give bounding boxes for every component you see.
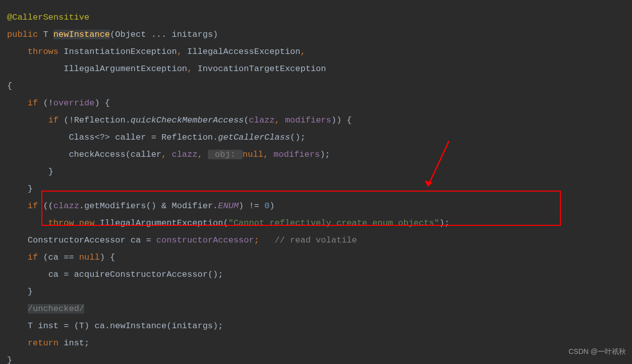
annotation: @CallerSensitive xyxy=(7,13,89,22)
code-line: return inst; xyxy=(7,335,625,352)
code-line: IllegalArgumentException, InvocationTarg… xyxy=(7,60,625,78)
code-line: if (!Reflection.quickCheckMemberAccess(c… xyxy=(7,112,625,129)
code-line: } xyxy=(7,352,625,364)
code-line: } xyxy=(7,283,625,300)
code-line: throws InstantiationException, IllegalAc… xyxy=(7,43,625,60)
code-line: if ((clazz.getModifiers() & Modifier.ENU… xyxy=(7,198,625,215)
code-line: } xyxy=(7,163,625,180)
code-line: public T newInstance(Object ... initargs… xyxy=(7,26,625,43)
code-line: Class<?> caller = Reflection.getCallerCl… xyxy=(7,129,625,146)
code-line: checkAccess(caller, clazz, obj: null, mo… xyxy=(7,146,625,163)
code-line: /unchecked/ xyxy=(7,300,625,318)
code-line: if (!override) { xyxy=(7,95,625,112)
watermark: CSDN @一叶祇秋 xyxy=(568,343,626,360)
code-line: if (ca == null) { xyxy=(7,249,625,266)
code-line: throw new IllegalArgumentException("Cann… xyxy=(7,215,625,232)
parameter-hint: obj: xyxy=(208,150,243,159)
code-line: ConstructorAccessor ca = constructorAcce… xyxy=(7,232,625,249)
code-line: } xyxy=(7,180,625,198)
method-name: newInstance xyxy=(53,30,110,39)
code-editor[interactable]: @CallerSensitive public T newInstance(Ob… xyxy=(7,9,625,364)
code-line: ca = acquireConstructorAccessor(); xyxy=(7,266,625,283)
code-line: @CallerSensitive xyxy=(7,9,625,26)
code-line: { xyxy=(7,78,625,95)
code-line: T inst = (T) ca.newInstance(initargs); xyxy=(7,318,625,335)
